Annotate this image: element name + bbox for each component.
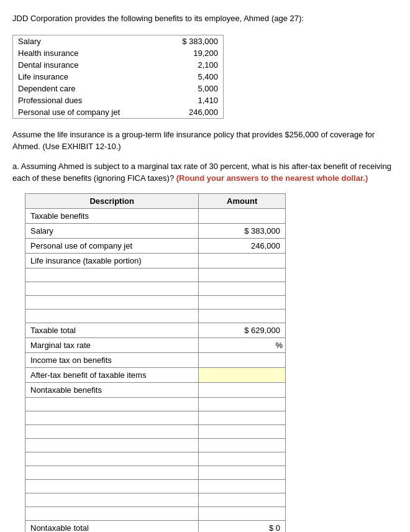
answer-table: Description Amount Taxable benefitsSalar… bbox=[25, 193, 286, 533]
answer-row bbox=[25, 493, 286, 507]
answer-amount bbox=[199, 309, 286, 323]
answer-amount bbox=[199, 352, 286, 367]
answer-amount bbox=[199, 382, 286, 397]
answer-label bbox=[25, 466, 199, 479]
answer-amount bbox=[199, 452, 286, 466]
answer-label: After-tax benefit of taxable items bbox=[25, 367, 199, 382]
answer-row: Taxable total$ 629,000 bbox=[25, 323, 286, 337]
benefit-amount: 5,400 bbox=[162, 71, 224, 83]
answer-label bbox=[25, 493, 199, 507]
answer-label: Life insurance (taxable portion) bbox=[25, 253, 199, 268]
yellow-amount-input[interactable] bbox=[204, 370, 280, 380]
benefit-amount: 246,000 bbox=[162, 106, 224, 119]
answer-label: Taxable total bbox=[25, 323, 199, 337]
intro-text: JDD Corporation provides the following b… bbox=[12, 12, 398, 25]
answer-label bbox=[25, 438, 199, 452]
answer-label: Marginal tax rate bbox=[25, 337, 199, 352]
benefit-label: Life insurance bbox=[13, 71, 162, 83]
answer-label bbox=[25, 282, 199, 295]
answer-row bbox=[25, 411, 286, 424]
answer-amount: % bbox=[199, 337, 286, 352]
benefit-label: Health insurance bbox=[13, 47, 162, 59]
benefit-label: Dependent care bbox=[13, 83, 162, 94]
percent-input[interactable] bbox=[214, 341, 280, 350]
answer-label bbox=[25, 268, 199, 282]
answer-label: Nontaxable benefits bbox=[25, 382, 199, 397]
answer-row bbox=[25, 282, 286, 295]
answer-amount bbox=[199, 466, 286, 479]
answer-label: Income tax on benefits bbox=[25, 352, 199, 367]
benefit-amount: $ 383,000 bbox=[162, 35, 224, 47]
benefit-amount: 5,000 bbox=[162, 83, 224, 94]
benefit-row: Salary$ 383,000 bbox=[13, 35, 224, 47]
answer-row: Salary$ 383,000 bbox=[25, 223, 286, 238]
benefit-row: Dependent care5,000 bbox=[13, 83, 224, 94]
benefits-summary-table: Salary$ 383,000Health insurance19,200Den… bbox=[12, 35, 224, 119]
answer-amount bbox=[199, 208, 286, 223]
benefit-label: Dental insurance bbox=[13, 59, 162, 71]
answer-amount bbox=[199, 493, 286, 507]
answer-amount bbox=[199, 411, 286, 424]
answer-row bbox=[25, 397, 286, 411]
answer-row: After-tax benefit of taxable items bbox=[25, 367, 286, 382]
answer-row bbox=[25, 309, 286, 323]
answer-amount: $ 629,000 bbox=[199, 323, 286, 337]
answer-label bbox=[25, 411, 199, 424]
answer-amount bbox=[199, 479, 286, 493]
answer-row: Life insurance (taxable portion) bbox=[25, 253, 286, 268]
answer-amount: $ 0 bbox=[199, 520, 286, 532]
answer-row bbox=[25, 438, 286, 452]
answer-amount bbox=[199, 295, 286, 309]
benefit-row: Health insurance19,200 bbox=[13, 47, 224, 59]
benefit-row: Life insurance5,400 bbox=[13, 71, 224, 83]
answer-row: Personal use of company jet246,000 bbox=[25, 238, 286, 253]
benefit-label: Professional dues bbox=[13, 94, 162, 106]
amount-input[interactable] bbox=[204, 355, 280, 365]
answer-row bbox=[25, 295, 286, 309]
col2-header: Amount bbox=[199, 193, 286, 208]
answer-amount bbox=[199, 507, 286, 520]
answer-label bbox=[25, 397, 199, 411]
benefit-amount: 19,200 bbox=[162, 47, 224, 59]
benefit-label: Salary bbox=[13, 35, 162, 47]
question-text: a. Assuming Ahmed is subject to a margin… bbox=[12, 160, 398, 185]
benefit-row: Personal use of company jet246,000 bbox=[13, 106, 224, 119]
answer-row: Nontaxable benefits bbox=[25, 382, 286, 397]
answer-label bbox=[25, 507, 199, 520]
benefit-label: Personal use of company jet bbox=[13, 106, 162, 119]
answer-row: Marginal tax rate% bbox=[25, 337, 286, 352]
answer-label bbox=[25, 295, 199, 309]
answer-label: Salary bbox=[25, 223, 199, 238]
answer-row bbox=[25, 452, 286, 466]
answer-row bbox=[25, 479, 286, 493]
question-bold: (Round your answers to the nearest whole… bbox=[174, 173, 368, 183]
answer-row: Nontaxable total$ 0 bbox=[25, 520, 286, 532]
answer-row: Income tax on benefits bbox=[25, 352, 286, 367]
answer-amount bbox=[199, 268, 286, 282]
col1-header: Description bbox=[25, 193, 199, 208]
answer-label bbox=[25, 424, 199, 438]
answer-amount bbox=[199, 253, 286, 268]
answer-amount: 246,000 bbox=[199, 238, 286, 253]
answer-label: Personal use of company jet bbox=[25, 238, 199, 253]
answer-row bbox=[25, 268, 286, 282]
answer-amount bbox=[199, 282, 286, 295]
answer-label bbox=[25, 452, 199, 466]
percent-sign: % bbox=[275, 341, 283, 350]
benefit-row: Dental insurance2,100 bbox=[13, 59, 224, 71]
answer-row: Taxable benefits bbox=[25, 208, 286, 223]
answer-amount bbox=[199, 397, 286, 411]
amount-input[interactable] bbox=[204, 256, 280, 265]
answer-label: Taxable benefits bbox=[25, 208, 199, 223]
answer-row bbox=[25, 424, 286, 438]
answer-row bbox=[25, 466, 286, 479]
benefit-amount: 1,410 bbox=[162, 94, 224, 106]
answer-amount: $ 383,000 bbox=[199, 223, 286, 238]
answer-amount bbox=[199, 424, 286, 438]
benefit-amount: 2,100 bbox=[162, 59, 224, 71]
assume-text: Assume the life insurance is a group-ter… bbox=[12, 129, 398, 153]
benefit-row: Professional dues1,410 bbox=[13, 94, 224, 106]
answer-amount bbox=[199, 438, 286, 452]
answer-row bbox=[25, 507, 286, 520]
answer-label bbox=[25, 309, 199, 323]
